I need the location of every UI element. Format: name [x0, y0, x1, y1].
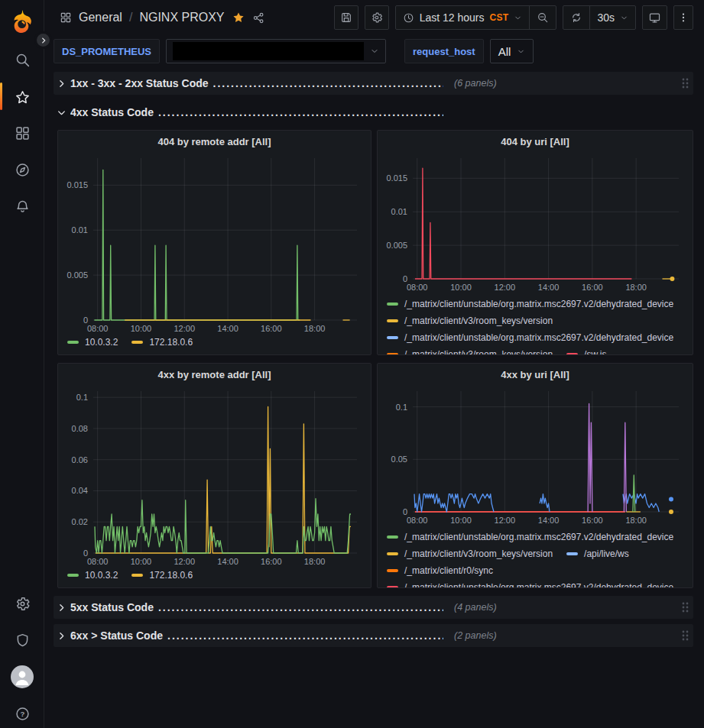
topbar-actions: Last 12 hours CST — [334, 5, 693, 30]
legend-series-label: /api/live/ws — [584, 548, 629, 559]
legend-item[interactable]: /_matrix/client/unstable/org.matrix.msc2… — [387, 582, 673, 587]
sidebar-item-search[interactable] — [0, 47, 44, 73]
refresh-interval-picker[interactable]: 30s — [589, 6, 635, 29]
svg-text:18:00: 18:00 — [304, 557, 326, 566]
row-5xx[interactable]: 5xx Status Code ........................… — [54, 596, 693, 619]
timeseries-chart[interactable]: 08:0010:0012:0014:0016:0018:0000.050.1 — [378, 385, 685, 527]
legend-series-swatch — [387, 586, 398, 587]
breadcrumb: General / NGINX PROXY — [60, 11, 265, 24]
request-host-select[interactable]: All — [490, 39, 534, 63]
svg-text:18:00: 18:00 — [625, 283, 647, 292]
panel-title: 404 by uri [All] — [501, 136, 569, 147]
sidebar-expand-button[interactable] — [34, 31, 52, 49]
svg-text:0.1: 0.1 — [76, 393, 88, 402]
row-drag-handle[interactable] — [681, 629, 689, 642]
avatar — [11, 665, 34, 688]
svg-text:0: 0 — [83, 548, 88, 558]
refresh-interval-label: 30s — [597, 11, 615, 24]
timeseries-chart[interactable]: 08:0010:0012:0014:0016:0018:0000.0050.01… — [378, 152, 685, 294]
sidebar-item-help[interactable]: ? — [0, 700, 44, 726]
grafana-logo[interactable] — [8, 8, 36, 35]
legend-series-swatch — [566, 353, 578, 354]
panel-header[interactable]: 404 by remote addr [All] — [58, 131, 371, 152]
sidebar-item-starred[interactable] — [0, 84, 44, 110]
panel-header[interactable]: 4xx by remote addr [All] — [58, 364, 371, 385]
dashboards-grid-icon — [15, 125, 31, 141]
legend-item[interactable]: /api/live/ws — [566, 548, 629, 559]
save-dashboard-button[interactable] — [334, 5, 358, 30]
legend-item[interactable]: 172.18.0.6 — [131, 337, 193, 348]
time-range-picker[interactable]: Last 12 hours CST — [396, 6, 530, 29]
svg-text:0.015: 0.015 — [386, 173, 407, 183]
panel-header[interactable]: 404 by uri [All] — [378, 131, 693, 152]
legend-item[interactable]: /_matrix/client/unstable/org.matrix.msc2… — [387, 532, 673, 542]
variable-label-request-host[interactable]: request_host — [404, 39, 484, 63]
svg-text:14:00: 14:00 — [538, 516, 560, 525]
svg-text:16:00: 16:00 — [261, 557, 282, 566]
sidebar-item-dashboards[interactable] — [0, 120, 44, 146]
row-drag-handle[interactable] — [681, 77, 689, 89]
gear-icon — [15, 596, 31, 612]
breadcrumb-folder[interactable]: General — [79, 11, 122, 24]
legend-item[interactable]: 10.0.3.2 — [67, 570, 118, 581]
legend-series-swatch — [67, 341, 79, 344]
bell-icon — [15, 199, 31, 215]
refresh-button[interactable] — [563, 6, 589, 29]
share-icon[interactable] — [252, 11, 265, 24]
chevron-down-icon — [620, 14, 628, 22]
refresh-controls: 30s — [563, 5, 636, 30]
chevron-right-icon — [57, 631, 67, 641]
legend-series-swatch — [387, 353, 398, 354]
sidebar-item-alerting[interactable] — [0, 193, 44, 219]
zoom-out-button[interactable] — [529, 6, 556, 29]
timeseries-chart[interactable]: 08:0010:0012:0014:0016:0018:0000.0050.01… — [58, 152, 363, 335]
variable-label-ds-prometheus[interactable]: DS_PROMETHEUS — [54, 39, 160, 63]
sidebar-item-settings[interactable] — [0, 590, 44, 616]
more-options-button[interactable] — [673, 5, 693, 30]
dashboard-settings-button[interactable] — [365, 5, 389, 30]
nav-sidebar: ? — [0, 0, 44, 728]
row-drag-handle[interactable] — [681, 601, 689, 613]
legend-series-label: 10.0.3.2 — [85, 337, 118, 348]
dashboard-title[interactable]: NGINX PROXY — [139, 11, 224, 24]
legend-item[interactable]: /sw.js — [566, 349, 606, 354]
row-6xx[interactable]: 6xx > Status Code ......................… — [54, 624, 693, 647]
kebab-menu-icon — [677, 11, 689, 24]
legend-series-swatch — [387, 319, 398, 322]
legend-item[interactable]: /_matrix/client/v3/room_keys/version — [387, 548, 553, 559]
legend-series-swatch — [131, 341, 143, 344]
variables-bar: DS_PROMETHEUS request_host All — [54, 35, 693, 67]
datasource-select[interactable] — [166, 39, 386, 63]
legend-item[interactable]: /_matrix/client/unstable/org.matrix.msc2… — [387, 332, 673, 343]
legend-item[interactable]: /_matrix/client/unstable/org.matrix.msc2… — [387, 299, 673, 309]
row-title: 5xx Status Code — [70, 601, 154, 613]
sidebar-item-explore[interactable] — [0, 157, 44, 183]
legend-item[interactable]: /_matrix/client/v3/room_keys/version — [387, 315, 553, 326]
request-host-value: All — [498, 45, 511, 58]
svg-text:14:00: 14:00 — [538, 283, 560, 292]
legend-series-label: /_matrix/client/v3/room_keys/version — [404, 548, 553, 559]
favorite-star-icon[interactable] — [232, 11, 245, 24]
svg-text:08:00: 08:00 — [87, 324, 109, 333]
svg-text:0: 0 — [403, 507, 407, 516]
legend-item[interactable]: 172.18.0.6 — [131, 570, 193, 581]
legend-series-swatch — [387, 569, 398, 572]
gear-icon — [371, 11, 383, 24]
sidebar-item-server-admin[interactable] — [0, 627, 44, 653]
clock-icon — [403, 12, 414, 24]
panel-legend: /_matrix/client/unstable/org.matrix.msc2… — [378, 527, 693, 587]
sidebar-item-profile[interactable] — [0, 663, 44, 691]
svg-text:0.04: 0.04 — [72, 486, 88, 495]
legend-item[interactable]: /_matrix/client/v3/room_keys/version — [387, 349, 553, 354]
tv-mode-button[interactable] — [642, 5, 667, 30]
legend-item[interactable]: 10.0.3.2 — [67, 337, 118, 348]
svg-text:10:00: 10:00 — [131, 557, 152, 566]
row-4xx[interactable]: 4xx Status Code ........................… — [54, 101, 693, 124]
panel-4xx-by-remote-addr: 4xx by remote addr [All] 08:0010:0012:00… — [57, 363, 371, 588]
row-1xx-3xx-2xx[interactable]: 1xx - 3xx - 2xx Status Code ............… — [54, 72, 693, 95]
panel-header[interactable]: 4xx by uri [All] — [378, 364, 693, 385]
legend-row: /_matrix/client/unstable/org.matrix.msc2… — [387, 329, 693, 346]
timeseries-chart[interactable]: 08:0010:0012:0014:0016:0018:0000.020.040… — [58, 385, 363, 568]
chevron-down-icon — [57, 108, 67, 118]
legend-item[interactable]: /_matrix/client/r0/sync — [387, 565, 493, 576]
